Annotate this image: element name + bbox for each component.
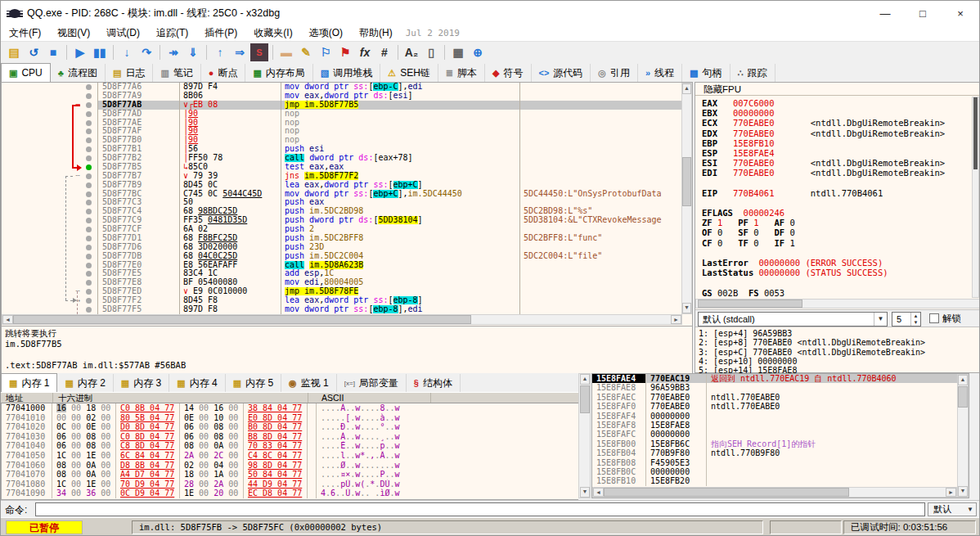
open-file-icon[interactable]: ▤: [5, 43, 23, 61]
dump-row[interactable]: 7704107008 00 0A 00A4 D7 04 7718 00 1A 0…: [2, 470, 578, 480]
disasm-row[interactable]: 5D8F77AD│90nop: [2, 110, 682, 119]
dump-row[interactable]: 7704103006 00 08 00C0 8D 04 7706 00 08 0…: [2, 432, 578, 442]
dump-vscrollbar[interactable]: ▲ ▼: [578, 373, 591, 498]
breakpoint-gutter[interactable]: [80, 154, 98, 163]
tab-跟踪[interactable]: ∴跟踪: [731, 64, 775, 82]
registers-vscrollbar[interactable]: [972, 97, 979, 298]
disasm-row[interactable]: 5D8F77A98B06mov eax,dword ptr ds:[esi]: [2, 92, 682, 101]
disasm-row[interactable]: 5D8F77B0│90nop: [2, 136, 682, 145]
execute-till-return-icon[interactable]: ↑: [211, 43, 229, 61]
tab-内存布局[interactable]: ▦内存布局: [245, 64, 312, 82]
menu-item[interactable]: 收藏夹(I): [245, 27, 300, 38]
disasm-row[interactable]: ⇢5D8F77F28D45 F8lea eax,dword ptr ss:[eb…: [2, 296, 682, 305]
breakpoint-gutter[interactable]: [80, 119, 98, 128]
menu-item[interactable]: 帮助(H): [351, 27, 401, 38]
close-button[interactable]: ×: [942, 1, 979, 25]
tab-线程[interactable]: »线程: [638, 64, 682, 82]
menu-item[interactable]: 调试(D): [98, 27, 148, 38]
breakpoint-gutter[interactable]: [80, 234, 98, 243]
unlock-checkbox[interactable]: [929, 313, 939, 323]
tab-源代码[interactable]: <>源代码: [532, 64, 591, 82]
tab-内存 3[interactable]: ▦内存 3: [114, 374, 169, 392]
disasm-row[interactable]: 5D8F77C350push eax: [2, 198, 682, 207]
tab-脚本[interactable]: ≣脚本: [438, 64, 485, 82]
disasm-row[interactable]: 5D8F77A6897D F4mov dword ptr ss:[ebp-C],…: [2, 83, 682, 92]
register-line[interactable]: GS 002B FS 0053: [702, 288, 972, 298]
disasm-vscrollbar[interactable]: ▲ ▼: [681, 83, 692, 314]
tab-引用[interactable]: ◎引用: [591, 64, 638, 82]
run-until-icon[interactable]: ↠: [164, 43, 182, 61]
menu-item[interactable]: 选项(O): [301, 27, 351, 38]
tab-结构体[interactable]: §结构体: [407, 374, 461, 392]
breakpoint-gutter[interactable]: [80, 287, 98, 296]
disasm-row[interactable]: ╌5D8F77ED∨ E9 0C010000jmp im.5D8F78FE: [2, 287, 682, 296]
breakpoint-gutter[interactable]: [80, 198, 98, 207]
tab-符号[interactable]: ◆符号: [485, 64, 531, 82]
tab-流程图[interactable]: ♣流程图: [51, 64, 106, 82]
mobile-icon[interactable]: ▯: [422, 43, 440, 61]
internet-icon[interactable]: ⊕: [469, 43, 487, 61]
disasm-row[interactable]: 5D8F77E0E8 56EAFAFFcall im.5D8A623B: [2, 261, 682, 270]
breakpoint-gutter[interactable]: [80, 92, 98, 101]
stack-row[interactable]: 15E8FAF0770EABE0ntdll.770EABE0: [592, 402, 969, 411]
stack-row[interactable]: 15E8FAFC00000000: [592, 430, 969, 439]
breakpoint-gutter[interactable]: [80, 216, 98, 225]
hide-fpu-button[interactable]: 隐藏FPU: [695, 83, 980, 96]
breakpoint-gutter[interactable]: [80, 110, 98, 119]
pause-icon[interactable]: ▮▮: [91, 43, 109, 61]
scylla-icon[interactable]: S: [250, 43, 268, 61]
tab-句柄[interactable]: ▩句柄: [682, 64, 730, 82]
breakpoint-gutter[interactable]: [80, 83, 98, 92]
disasm-row[interactable]: 5D8F77AF│90nop: [2, 127, 682, 136]
functions-icon[interactable]: fx: [356, 43, 374, 61]
breakpoint-gutter[interactable]: [80, 278, 98, 287]
stack-row[interactable]: 15E8FAF815E8FAE8: [592, 421, 969, 430]
register-line[interactable]: [702, 248, 972, 258]
breakpoint-gutter[interactable]: [80, 269, 98, 278]
breakpoint-gutter[interactable]: [80, 261, 98, 270]
tab-日志[interactable]: ▤日志: [106, 64, 153, 82]
menu-item[interactable]: 视图(V): [49, 27, 98, 38]
tab-监视 1[interactable]: ◉监视 1: [281, 374, 337, 392]
breakpoint-gutter[interactable]: [80, 181, 98, 190]
stack-row[interactable]: 15E8FB04770B9F80ntdll.770B9F80: [592, 448, 969, 457]
breakpoint-gutter[interactable]: [80, 296, 98, 305]
register-line[interactable]: [702, 178, 972, 188]
stack-row[interactable]: 15E8FB0015E8FB6C指向SEH_Record[1]的指针: [592, 439, 969, 448]
stack-row[interactable]: 15E8FAF400000000: [592, 412, 969, 421]
menu-item[interactable]: 文件(F): [1, 27, 49, 38]
disasm-row[interactable]: 5D8F77E583C4 1Cadd esp,1C: [2, 269, 682, 278]
register-line[interactable]: OF 0 SF 0 DF 0: [702, 227, 972, 237]
dump-row[interactable]: 7704109034 00 36 000C D9 04 771E 00 20 0…: [2, 489, 578, 498]
disasm-row[interactable]: 5D8F77D668 3D020000push 23D: [2, 243, 682, 252]
breakpoint-gutter[interactable]: [80, 225, 98, 234]
breakpoint-gutter[interactable]: [80, 305, 98, 314]
step-into-icon[interactable]: ↓: [118, 43, 136, 61]
register-line[interactable]: ECX 770EABE0 <ntdll.DbgUiRemoteBreakin>: [702, 118, 972, 128]
disasm-row[interactable]: 5D8F77B1│56push esi: [2, 145, 682, 154]
font-icon[interactable]: A₂: [402, 43, 420, 61]
register-line[interactable]: ZF 1 PF 1 AF 0: [702, 218, 972, 227]
trace-into-icon[interactable]: ⇓: [184, 43, 202, 61]
menu-item[interactable]: 追踪(T): [148, 27, 196, 38]
maximize-button[interactable]: □: [904, 1, 942, 25]
command-input[interactable]: [35, 502, 925, 516]
stack-row[interactable]: 15E8FAE896A59BB3: [592, 383, 969, 392]
tab-调用堆栈[interactable]: ▧调用堆栈: [313, 64, 380, 82]
register-line[interactable]: CF 0 TF 0 IF 1: [702, 238, 972, 248]
dump-row[interactable]: 770410801C 00 1E 0070 D9 04 7728 00 2A 0…: [2, 480, 578, 489]
register-line[interactable]: EDI 770EABE0 <ntdll.DbgUiRemoteBreakin>: [702, 168, 972, 178]
stack-row[interactable]: 15E8FAE4770EAC19返回到 ntdll.770EAC19 自 ntd…: [592, 374, 969, 383]
stack-vscrollbar[interactable]: ▲ ▼: [957, 374, 969, 498]
register-line[interactable]: EDX 770EABE0 <ntdll.DbgUiRemoteBreakin>: [702, 128, 972, 138]
labels-icon[interactable]: ⚐: [317, 43, 335, 61]
menu-item[interactable]: 插件(P): [196, 27, 245, 38]
disasm-hscrollbar[interactable]: ◄ ►: [2, 314, 682, 325]
dump-row[interactable]: 770410200C 00 0E 00D0 8D 04 7706 00 08 0…: [2, 422, 578, 432]
run-to-user-code-icon[interactable]: ⇒: [231, 43, 249, 61]
disasm-row[interactable]: ─5D8F77AB∨┌EB 08jmp im.5D8F77B5: [2, 101, 682, 110]
register-line[interactable]: ESP 15E8FAE4: [702, 148, 972, 158]
restart-icon[interactable]: ↺: [25, 43, 43, 61]
disasm-row[interactable]: 5D8F77DB68 04C0C25Dpush im.5DC2C0045DC2C…: [2, 252, 682, 261]
minimize-button[interactable]: —: [866, 1, 904, 25]
